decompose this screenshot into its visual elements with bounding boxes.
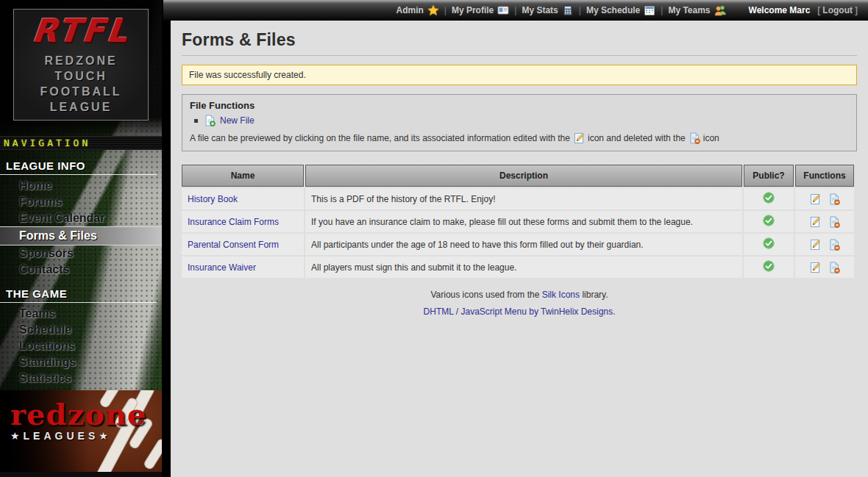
files-table: Name Description Public? Functions Histo…	[180, 163, 855, 279]
topbar-link-my-schedule[interactable]: My Schedule	[586, 4, 655, 16]
section-title-league-info: LEAGUE INFO	[0, 159, 157, 175]
file-functions-help: A file can be previewed by clicking on t…	[190, 132, 849, 144]
column-header-functions: Functions	[795, 165, 854, 187]
flash-message: File was successfully created.	[182, 65, 857, 85]
edit-file-icon[interactable]	[809, 193, 821, 205]
accept-icon	[763, 237, 775, 249]
sidebar-nav-item[interactable]: Event Calendar	[0, 210, 162, 226]
file-functions-title: File Functions	[190, 100, 849, 111]
calendar-icon	[644, 4, 655, 16]
group-icon	[714, 4, 727, 16]
league-logo: RTFL REDZONE TOUCH FOOTBALL LEAGUE	[13, 9, 149, 121]
separator: |	[579, 5, 581, 15]
file-table-row: History Book This is a PDF of the histor…	[182, 188, 854, 209]
delete-file-icon[interactable]	[828, 216, 840, 228]
new-file-link[interactable]: New File	[220, 115, 255, 126]
sidebar-nav-item[interactable]: Teams	[0, 306, 162, 322]
league-logo-acronym: RTFL	[31, 15, 132, 47]
file-description: If you have an insurance claim to make, …	[305, 211, 742, 232]
sidebar-nav-item[interactable]: Forums	[0, 194, 162, 210]
topbar-link-admin[interactable]: Admin	[396, 4, 438, 16]
navigation-header: NAVIGATION	[0, 136, 162, 150]
column-header-description: Description	[305, 165, 742, 187]
sidebar: RTFL REDZONE TOUCH FOOTBALL LEAGUE NAVIG…	[0, 0, 162, 477]
redzone-wordmark: redzone	[10, 401, 146, 428]
topbar-link-my-teams[interactable]: My Teams	[668, 4, 726, 16]
the-game-nav: Teams Schedule Locations Standings Stati…	[0, 306, 162, 387]
separator: |	[514, 5, 516, 15]
delete-file-icon[interactable]	[828, 239, 840, 251]
vcard-icon	[497, 4, 509, 16]
main-content: Forms & Files File was successfully crea…	[171, 21, 868, 477]
sidebar-nav-item[interactable]: Locations	[0, 338, 162, 354]
page-add-icon	[204, 115, 216, 126]
league-info-nav: Home Forums Event Calendar Forms & Files…	[0, 178, 162, 278]
file-description: This is a PDF of the history of the RTFL…	[305, 188, 742, 209]
page-delete-icon	[689, 132, 700, 144]
delete-file-icon[interactable]	[828, 262, 840, 273]
file-table-row: Insurance Waiver All players must sign t…	[182, 257, 854, 278]
league-logo-lines: REDZONE TOUCH FOOTBALL LEAGUE	[40, 53, 121, 115]
redzone-leagues-logo: redzone ★LEAGUES★	[0, 390, 162, 472]
column-header-name: Name	[182, 165, 304, 187]
file-table-row: Insurance Claim Forms If you have an ins…	[182, 211, 854, 232]
topbar: Admin | My Profile | My Stats | My Sched…	[163, 0, 868, 21]
page-edit-icon	[573, 132, 585, 144]
edit-file-icon[interactable]	[809, 216, 821, 228]
list-bullet	[194, 119, 198, 123]
welcome-user-label: Welcome Marc	[749, 5, 811, 15]
sidebar-nav-item[interactable]: Standings	[0, 354, 162, 370]
star-icon	[427, 4, 439, 16]
column-header-public: Public?	[744, 165, 794, 187]
leagues-wordmark: ★LEAGUES★	[10, 430, 146, 442]
twinhelix-link[interactable]: DHTML / JavaScript Menu by TwinHelix Des…	[424, 306, 616, 317]
file-name-link[interactable]: Insurance Waiver	[188, 262, 256, 273]
silk-icons-link[interactable]: Silk Icons	[542, 290, 580, 300]
menu-credits: DHTML / JavaScript Menu by TwinHelix Des…	[182, 306, 857, 317]
page-title: Forms & Files	[182, 30, 857, 56]
edit-file-icon[interactable]	[809, 262, 821, 273]
edit-file-icon[interactable]	[809, 239, 821, 251]
section-title-the-game: THE GAME	[0, 287, 157, 303]
sidebar-nav-item[interactable]: Statistics	[0, 370, 162, 387]
sidebar-nav-item[interactable]: Contacts	[0, 262, 162, 278]
accept-icon	[763, 215, 775, 226]
sidebar-nav-item[interactable]: Sponsors	[0, 245, 162, 262]
file-description: All participants under the age of 18 nee…	[305, 234, 742, 255]
file-table-row: Parental Consent Form All participants u…	[182, 234, 854, 255]
sidebar-nav-item[interactable]: Forms & Files	[0, 226, 162, 245]
file-name-link[interactable]: History Book	[188, 194, 238, 204]
file-functions-box: File Functions New File A file can be pr…	[182, 94, 857, 151]
separator: |	[444, 5, 447, 15]
topbar-link-my-stats[interactable]: My Stats	[522, 4, 573, 16]
delete-file-icon[interactable]	[828, 193, 840, 205]
logout-control: [Logout]	[817, 5, 858, 15]
file-name-link[interactable]: Parental Consent Form	[188, 240, 279, 250]
calculator-icon	[562, 4, 574, 16]
icon-credits: Various icons used from the Silk Icons l…	[182, 290, 857, 300]
sidebar-nav-item[interactable]: Home	[0, 178, 162, 194]
accept-icon	[763, 260, 775, 272]
accept-icon	[763, 192, 775, 204]
sidebar-bottom-strip	[0, 472, 162, 477]
file-description: All players must sign this and submit it…	[305, 257, 742, 278]
sidebar-nav-item[interactable]: Schedule	[0, 322, 162, 338]
logout-link[interactable]: Logout	[822, 5, 853, 15]
topbar-link-my-profile[interactable]: My Profile	[452, 4, 509, 16]
separator: |	[661, 5, 663, 15]
file-name-link[interactable]: Insurance Claim Forms	[188, 217, 279, 227]
